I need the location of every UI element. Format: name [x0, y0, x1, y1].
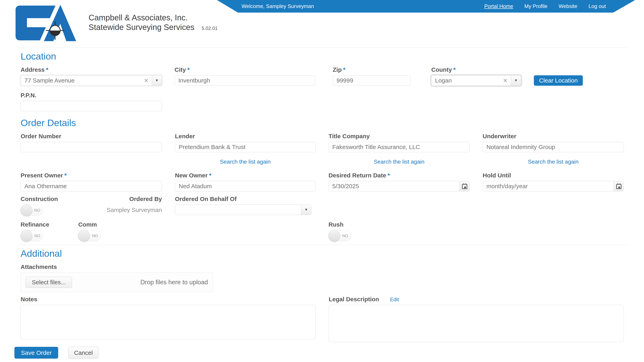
- chevron-down-icon: ▼: [514, 78, 518, 82]
- company-logo-ca-crosshair-icon: [14, 5, 84, 41]
- required-asterisk: *: [64, 172, 67, 179]
- city-field: City*: [174, 66, 315, 86]
- ordered-on-behalf-of-dropdown[interactable]: ▼: [175, 205, 311, 215]
- county-dropdown-button[interactable]: ▼: [511, 75, 521, 85]
- required-asterisk: *: [388, 172, 390, 179]
- additional-section-title: Additional: [20, 248, 624, 259]
- refinance-comm-cell: Refinance NO Comm NO: [20, 221, 162, 241]
- hold-until-field: Hold Until: [483, 172, 624, 191]
- ordered-by-value: Sampley Surveyman: [106, 207, 162, 213]
- city-input[interactable]: [174, 75, 315, 86]
- calendar-button[interactable]: [460, 181, 470, 191]
- title-company-label: Title Company: [328, 133, 470, 140]
- top-navigation: Portal Home My Profile Website Log out: [484, 0, 606, 12]
- underwriter-label: Underwriter: [483, 133, 624, 140]
- county-combobox[interactable]: ✕ ▼: [431, 75, 521, 86]
- notes-field: Notes: [20, 296, 316, 343]
- lender-input[interactable]: [175, 142, 316, 152]
- nav-website[interactable]: Website: [559, 3, 577, 9]
- zip-field: Zip*: [333, 66, 411, 86]
- file-drop-zone[interactable]: Select files... Drop files here to uploa…: [20, 273, 213, 292]
- present-owner-label: Present Owner*: [20, 172, 162, 179]
- form-actions: Save Order Cancel: [14, 347, 624, 359]
- save-order-button[interactable]: Save Order: [14, 347, 58, 359]
- nav-portal-home[interactable]: Portal Home: [484, 3, 513, 9]
- desired-return-date-input[interactable]: [329, 181, 460, 191]
- clear-location-button[interactable]: Clear Location: [534, 75, 583, 86]
- address-input[interactable]: [21, 75, 143, 85]
- obo-dropdown-button[interactable]: ▼: [301, 205, 311, 215]
- comm-toggle[interactable]: NO: [78, 230, 101, 241]
- lender-search-again-link[interactable]: Search the list again: [220, 159, 271, 165]
- order-number-field: Order Number: [20, 133, 162, 152]
- order-form: Location Address* ✕ ▼ City* Zip* County*…: [0, 51, 644, 359]
- order-number-input[interactable]: [20, 142, 162, 152]
- notes-legal-row: Notes Legal Description Edit: [20, 296, 624, 343]
- address-field: Address* ✕ ▼: [20, 66, 162, 86]
- new-owner-input[interactable]: [175, 181, 316, 191]
- city-label: City*: [174, 66, 315, 73]
- location-section-title: Location: [20, 51, 624, 62]
- calendar-icon: [616, 183, 622, 189]
- zip-label: Zip*: [333, 66, 411, 73]
- title-company-input[interactable]: [328, 142, 470, 152]
- toggle-knob[interactable]: [328, 230, 340, 242]
- attachments-label: Attachments: [20, 263, 624, 271]
- nav-log-out[interactable]: Log out: [588, 3, 606, 9]
- notes-textarea[interactable]: [20, 305, 316, 339]
- legal-description-textarea[interactable]: [329, 305, 624, 342]
- order-row-2: Present Owner* New Owner* Desired Return…: [20, 172, 624, 191]
- nav-my-profile[interactable]: My Profile: [524, 3, 548, 9]
- required-asterisk: *: [187, 66, 190, 73]
- address-combobox[interactable]: ✕ ▼: [20, 75, 162, 86]
- rush-field: Rush NO: [328, 221, 470, 241]
- desired-return-date-label: Desired Return Date*: [328, 172, 470, 179]
- construction-toggle-state: NO: [32, 205, 42, 216]
- select-files-button[interactable]: Select files...: [26, 277, 72, 288]
- title-company-field: Title Company Search the list again: [328, 133, 470, 165]
- construction-field: Construction NO: [20, 195, 58, 216]
- title-company-search-again-link[interactable]: Search the list again: [374, 159, 424, 165]
- required-asterisk: *: [209, 172, 211, 179]
- toggle-knob[interactable]: [20, 204, 32, 216]
- lender-label: Lender: [175, 133, 316, 140]
- calendar-icon: [462, 183, 467, 189]
- construction-ordered-by-cell: Construction NO Ordered By Sampley Surve…: [20, 195, 162, 216]
- calendar-button[interactable]: [614, 181, 624, 191]
- cancel-button[interactable]: Cancel: [68, 347, 98, 359]
- construction-toggle[interactable]: NO: [20, 205, 43, 216]
- county-input[interactable]: [432, 75, 502, 85]
- toggle-knob[interactable]: [78, 230, 90, 242]
- lender-search-again-row: Search the list again: [175, 159, 316, 165]
- ppn-input[interactable]: [20, 101, 162, 111]
- refinance-toggle[interactable]: NO: [20, 230, 43, 241]
- rush-toggle[interactable]: NO: [328, 230, 351, 241]
- legal-description-field: Legal Description Edit: [329, 296, 624, 343]
- rush-toggle-state: NO: [340, 230, 350, 241]
- order-row-1: Order Number Lender Search the list agai…: [20, 133, 624, 165]
- section-divider: [17, 245, 627, 245]
- hold-until-input[interactable]: [483, 181, 614, 191]
- hold-until-label: Hold Until: [483, 172, 624, 179]
- clear-value-x-icon[interactable]: ✕: [503, 77, 508, 84]
- toggle-knob[interactable]: [20, 230, 32, 242]
- county-label: County*: [431, 66, 521, 73]
- rush-label: Rush: [328, 221, 470, 228]
- clear-value-x-icon[interactable]: ✕: [144, 77, 148, 84]
- county-field: County* ✕ ▼: [431, 66, 521, 86]
- hold-until-picker[interactable]: [483, 181, 624, 191]
- ordered-on-behalf-of-label: Ordered On Behalf Of: [175, 195, 316, 203]
- present-owner-field: Present Owner*: [20, 172, 162, 191]
- title-company-search-again-row: Search the list again: [328, 159, 470, 165]
- underwriter-search-again-link[interactable]: Search the list again: [528, 159, 578, 165]
- legal-description-label: Legal Description: [329, 296, 379, 303]
- required-asterisk: *: [46, 66, 48, 73]
- desired-return-date-picker[interactable]: [328, 181, 470, 191]
- underwriter-input[interactable]: [483, 142, 624, 152]
- company-name-line1: Campbell & Associates, Inc.: [88, 13, 218, 22]
- zip-input[interactable]: [333, 75, 411, 86]
- lender-field: Lender Search the list again: [175, 133, 316, 165]
- address-dropdown-button[interactable]: ▼: [152, 75, 162, 85]
- legal-description-edit-link[interactable]: Edit: [390, 297, 399, 303]
- present-owner-input[interactable]: [20, 181, 162, 191]
